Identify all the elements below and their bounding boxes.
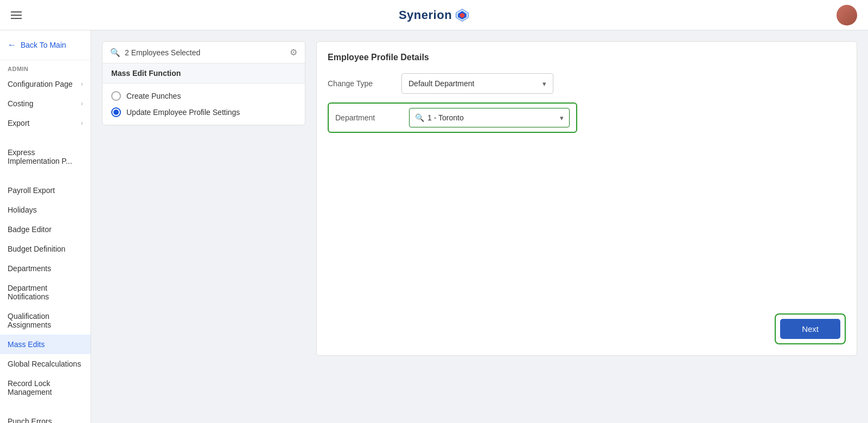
department-row: Department 🔍 ▾	[328, 102, 577, 133]
sidebar-item-label-global-recalculations: Global Recalculations	[8, 360, 81, 368]
admin-section-label: ADMIN	[0, 60, 91, 74]
radio-options: Create PunchesUpdate Employee Profile Se…	[103, 84, 305, 125]
sidebar-item-label-configuration-page: Configuration Page	[8, 80, 73, 88]
back-to-main-label: Back To Main	[21, 41, 66, 49]
radio-label-create-punches: Create Punches	[126, 92, 181, 100]
department-search-icon: 🔍	[415, 113, 424, 122]
sidebar-item-label-payroll-export: Payroll Export	[8, 186, 55, 195]
employees-selected-text: 2 Employees Selected	[125, 48, 200, 57]
radio-circle-update-employee-profile	[111, 107, 121, 117]
profile-card-title: Employee Profile Details	[328, 53, 846, 62]
user-avatar[interactable]	[837, 5, 857, 25]
mass-edit-card: 🔍 2 Employees Selected ⚙ Mass Edit Funct…	[102, 41, 305, 125]
sidebar-item-label-record-lock-management: Record Lock Management	[8, 379, 83, 396]
change-type-row: Change Type Default Department ▾	[328, 73, 846, 94]
sidebar-item-holidays[interactable]: Holidays	[0, 200, 91, 220]
sidebar-item-label-department-notifications: Department Notifications	[8, 284, 83, 301]
radio-option-create-punches[interactable]: Create Punches	[111, 91, 296, 101]
sidebar-item-global-recalculations[interactable]: Global Recalculations	[0, 354, 91, 374]
next-button-area: Next	[775, 313, 846, 344]
sidebar-item-label-mass-edits: Mass Edits	[8, 340, 44, 349]
change-type-value: Default Department	[409, 79, 474, 88]
hamburger-menu-icon[interactable]	[11, 11, 22, 19]
sidebar-item-label-badge-editor: Badge Editor	[8, 225, 52, 234]
sidebar-chevron-icon-costing: ›	[81, 100, 83, 107]
sidebar-item-label-holidays: Holidays	[8, 206, 37, 214]
right-panel: Employee Profile Details Change Type Def…	[316, 41, 857, 412]
sidebar-item-label-qualification-assignments: Qualification Assignments	[8, 312, 83, 329]
sidebar-item-department-notifications[interactable]: Department Notifications	[0, 278, 91, 306]
logo: Synerion	[399, 8, 469, 22]
department-label: Department	[335, 113, 400, 122]
body-wrap: ← Back To Main ADMIN Configuration Page›…	[0, 30, 868, 423]
radio-label-update-employee-profile: Update Employee Profile Settings	[126, 108, 240, 117]
sidebar-item-label-costing: Costing	[8, 99, 33, 108]
sidebar-divider-divider1	[0, 133, 91, 143]
sidebar-item-payroll-export[interactable]: Payroll Export	[0, 181, 91, 200]
sidebar-item-configuration-page[interactable]: Configuration Page›	[0, 74, 91, 94]
employee-profile-card: Employee Profile Details Change Type Def…	[316, 41, 857, 356]
department-input-wrapper[interactable]: 🔍 ▾	[409, 108, 570, 127]
filter-icon[interactable]: ⚙	[290, 47, 297, 57]
next-button[interactable]: Next	[780, 319, 840, 339]
sidebar-divider-divider2	[0, 171, 91, 181]
department-chevron-icon[interactable]: ▾	[560, 114, 564, 122]
sidebar: ← Back To Main ADMIN Configuration Page›…	[0, 30, 91, 423]
sidebar-chevron-icon-export: ›	[81, 119, 83, 127]
sidebar-item-express-implementation[interactable]: Express Implementation P...	[0, 143, 91, 171]
search-icon: 🔍	[110, 48, 120, 57]
main-content: 🔍 2 Employees Selected ⚙ Mass Edit Funct…	[91, 30, 868, 423]
sidebar-item-departments[interactable]: Departments	[0, 259, 91, 278]
radio-option-update-employee-profile[interactable]: Update Employee Profile Settings	[111, 107, 296, 117]
sidebar-item-label-export: Export	[8, 119, 29, 127]
sidebar-item-label-budget-definition: Budget Definition	[8, 245, 66, 253]
radio-circle-create-punches	[111, 91, 121, 101]
sidebar-item-label-punch-errors: Punch Errors	[8, 417, 52, 423]
sidebar-item-qualification-assignments[interactable]: Qualification Assignments	[0, 306, 91, 335]
logo-icon	[455, 8, 469, 22]
mass-edit-header: Mass Edit Function	[103, 63, 305, 84]
sidebar-item-record-lock-management[interactable]: Record Lock Management	[0, 374, 91, 402]
back-arrow-icon: ←	[8, 40, 16, 50]
left-panel: 🔍 2 Employees Selected ⚙ Mass Edit Funct…	[102, 41, 305, 412]
sidebar-item-costing[interactable]: Costing›	[0, 94, 91, 113]
department-input[interactable]	[427, 113, 557, 122]
sidebar-item-label-departments: Departments	[8, 264, 51, 273]
sidebar-item-label-express-implementation: Express Implementation P...	[8, 148, 83, 165]
back-to-main-link[interactable]: ← Back To Main	[0, 30, 91, 60]
change-type-chevron-icon: ▾	[542, 80, 546, 88]
sidebar-item-badge-editor[interactable]: Badge Editor	[0, 220, 91, 239]
search-left: 🔍 2 Employees Selected	[110, 48, 200, 57]
sidebar-divider-divider3	[0, 402, 91, 412]
sidebar-chevron-icon-configuration-page: ›	[81, 80, 83, 88]
sidebar-item-export[interactable]: Export›	[0, 113, 91, 133]
sidebar-item-budget-definition[interactable]: Budget Definition	[0, 239, 91, 259]
sidebar-item-mass-edits[interactable]: Mass Edits	[0, 335, 91, 354]
sidebar-item-punch-errors[interactable]: Punch Errors	[0, 412, 91, 423]
employee-search-bar: 🔍 2 Employees Selected ⚙	[103, 42, 305, 63]
change-type-label: Change Type	[328, 79, 393, 88]
logo-text: Synerion	[399, 8, 452, 22]
top-nav: Synerion	[0, 0, 868, 30]
change-type-select-wrapper[interactable]: Default Department ▾	[401, 73, 553, 94]
